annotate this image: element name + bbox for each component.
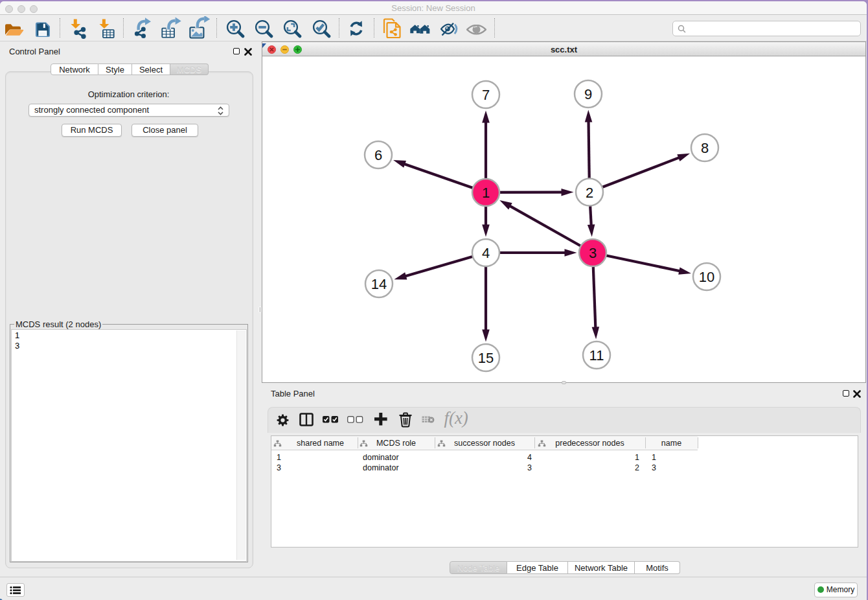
svg-text:8: 8: [701, 140, 709, 156]
svg-text:3: 3: [589, 245, 597, 261]
svg-text:2: 2: [586, 185, 593, 201]
svg-text:14: 14: [371, 276, 387, 292]
svg-text:4: 4: [482, 245, 490, 261]
svg-text:6: 6: [374, 147, 382, 163]
svg-text:9: 9: [584, 86, 592, 102]
svg-text:11: 11: [589, 347, 604, 363]
svg-text:1: 1: [482, 185, 490, 201]
svg-text:f(x): f(x): [444, 410, 468, 428]
svg-text:7: 7: [482, 87, 490, 103]
svg-text:10: 10: [699, 269, 714, 285]
svg-text:15: 15: [478, 350, 494, 366]
